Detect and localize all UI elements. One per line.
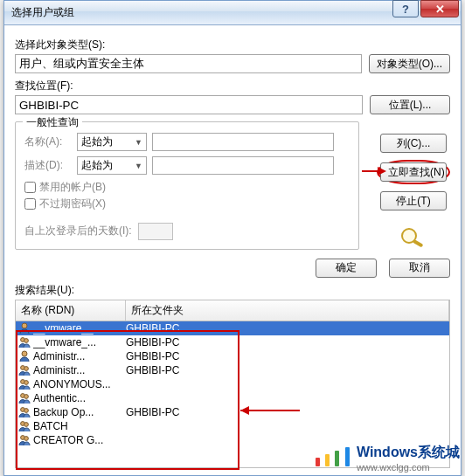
object-type-input[interactable] <box>15 54 362 73</box>
svg-rect-1 <box>413 239 423 247</box>
results-row[interactable]: CREATOR G... <box>16 433 449 447</box>
columns-button[interactable]: 列(C)... <box>380 134 447 153</box>
group-icon <box>17 336 31 348</box>
results-row[interactable]: __vmware__GHBIBI-PC <box>16 321 449 335</box>
close-icon: ✕ <box>435 3 445 16</box>
svg-point-13 <box>24 408 29 412</box>
desc-match-select[interactable]: 起始为 ▼ <box>77 156 147 175</box>
group-icon <box>17 378 31 390</box>
user-icon <box>17 350 31 362</box>
name-label: 名称(A): <box>24 135 77 149</box>
name-match-select[interactable]: 起始为 ▼ <box>77 133 147 151</box>
row-name: Authentic... <box>33 392 126 404</box>
results-row[interactable]: Backup Op...GHBIBI-PC <box>16 405 449 419</box>
row-name: ANONYMOUS... <box>33 378 126 390</box>
results-header: 名称 (RDN) 所在文件夹 <box>15 300 450 321</box>
annotation-arrow-line <box>362 170 379 172</box>
cancel-button[interactable]: 取消 <box>389 259 450 278</box>
days-since-logon-input[interactable] <box>138 223 173 240</box>
close-button[interactable]: ✕ <box>420 0 459 17</box>
disabled-accounts-checkbox[interactable] <box>24 182 36 193</box>
row-name: __vmware_... <box>33 336 126 348</box>
find-now-button[interactable]: 立即查找(N) <box>380 162 447 182</box>
help-button[interactable]: ? <box>392 0 419 17</box>
locations-button[interactable]: 位置(L)... <box>370 95 450 114</box>
desc-input[interactable] <box>152 156 334 175</box>
desc-match-value: 起始为 <box>81 158 113 173</box>
results-row[interactable]: __vmware_...GHBIBI-PC <box>16 335 449 349</box>
row-folder: GHBIBI-PC <box>126 364 449 376</box>
results-row[interactable]: ANONYMOUS... <box>16 377 449 391</box>
group-icon <box>17 434 31 446</box>
group-icon <box>17 406 31 418</box>
results-label: 搜索结果(U): <box>15 283 450 298</box>
window-title: 选择用户或组 <box>11 5 74 20</box>
user-icon <box>17 322 31 335</box>
group-legend: 一般性查询 <box>23 115 82 130</box>
side-buttons: 列(C)... 立即查找(N) 停止(T) <box>377 134 450 247</box>
annotation-arrow-line-2 <box>240 410 300 411</box>
results-row[interactable]: Authentic... <box>16 391 449 405</box>
desc-label: 描述(D): <box>24 158 77 173</box>
row-folder: GHBIBI-PC <box>126 350 449 362</box>
annotation-arrow-head-2 <box>240 406 249 415</box>
dialog-select-user-or-group: 选择用户或组 ? ✕ 选择此对象类型(S): 对象类型(O)... 查找位置(F… <box>3 0 462 476</box>
stop-button[interactable]: 停止(T) <box>380 191 447 210</box>
row-folder: GHBIBI-PC <box>126 322 449 335</box>
group-icon <box>17 364 31 376</box>
no-expire-label: 不过期密码(X) <box>39 197 106 211</box>
row-name: __vmware__ <box>33 322 126 335</box>
row-name: Administr... <box>33 350 126 362</box>
annotation-arrow-head <box>378 167 386 176</box>
row-name: BATCH <box>33 420 126 432</box>
location-label: 查找位置(F): <box>15 79 450 93</box>
magnifier-icon <box>399 226 427 247</box>
row-folder: GHBIBI-PC <box>126 406 449 418</box>
object-types-button[interactable]: 对象类型(O)... <box>369 54 450 73</box>
no-expire-checkbox[interactable] <box>24 198 36 210</box>
svg-point-15 <box>24 422 29 426</box>
ok-button[interactable]: 确定 <box>316 259 377 278</box>
svg-point-5 <box>22 351 27 356</box>
svg-point-9 <box>24 380 29 384</box>
row-name: Backup Op... <box>33 406 126 418</box>
object-type-label: 选择此对象类型(S): <box>15 38 450 52</box>
results-row[interactable]: Administr...GHBIBI-PC <box>16 363 449 377</box>
find-now-highlight: 立即查找(N) <box>377 160 450 184</box>
svg-point-7 <box>24 366 29 370</box>
col-header-folder[interactable]: 所在文件夹 <box>126 300 449 321</box>
results-row[interactable]: Administr...GHBIBI-PC <box>16 349 449 363</box>
row-name: Administr... <box>33 364 126 376</box>
general-query-group: 一般性查询 名称(A): 起始为 ▼ 描述(D): 起始为 ▼ 禁用的 <box>15 121 359 250</box>
chevron-down-icon: ▼ <box>135 162 146 170</box>
chevron-down-icon: ▼ <box>135 138 146 147</box>
svg-point-11 <box>24 394 29 398</box>
group-icon <box>17 420 31 432</box>
row-name: CREATOR G... <box>33 434 126 446</box>
results-row[interactable]: BATCH <box>16 419 449 433</box>
col-header-name[interactable]: 名称 (RDN) <box>16 300 126 321</box>
location-input[interactable] <box>15 95 363 114</box>
svg-point-17 <box>24 436 29 440</box>
row-folder: GHBIBI-PC <box>126 336 449 348</box>
help-icon: ? <box>402 3 409 16</box>
results-list[interactable]: __vmware__GHBIBI-PC__vmware_...GHBIBI-PC… <box>15 321 450 468</box>
svg-point-2 <box>22 323 27 328</box>
days-since-logon-label: 自上次登录后的天数(I): <box>24 224 132 238</box>
name-match-value: 起始为 <box>81 135 113 149</box>
svg-point-4 <box>24 338 29 342</box>
disabled-accounts-label: 禁用的帐户(B) <box>39 180 106 195</box>
group-icon <box>17 392 31 404</box>
name-input[interactable] <box>152 133 334 151</box>
titlebar: 选择用户或组 ? ✕ <box>4 1 461 25</box>
